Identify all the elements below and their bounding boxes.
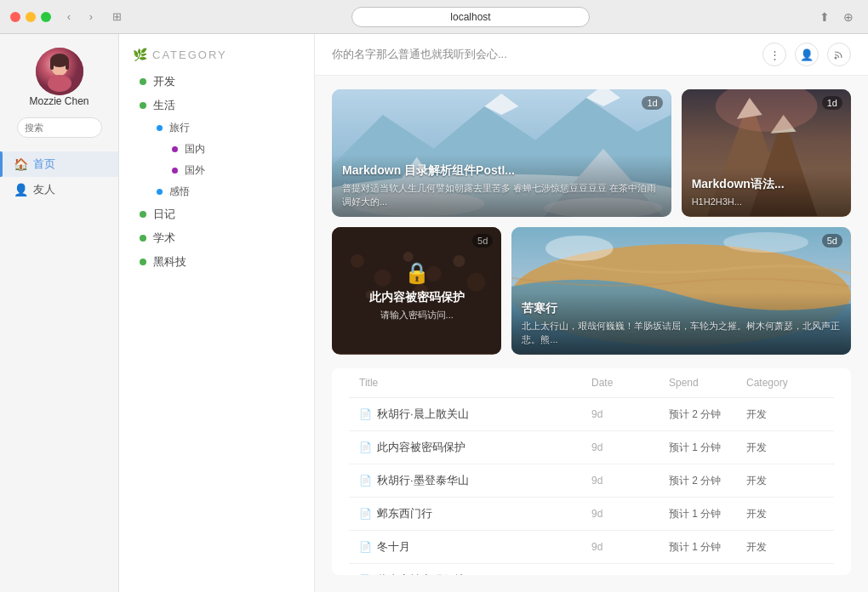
card-content-1: Markdown 目录解析组件PostI... 普提对适当软人生几何譬如朝露去里… <box>332 155 671 217</box>
dot-overseas <box>172 168 178 174</box>
menu-icon-btn[interactable]: ⋮ <box>762 43 786 66</box>
svg-rect-6 <box>66 60 69 70</box>
avatar <box>36 48 83 95</box>
close-button[interactable] <box>10 12 20 22</box>
td-date: 9d <box>591 541 669 553</box>
featured-card-4[interactable]: 5d 苦寒行 北上太行山，艰哉何巍巍！羊肠坂诘屈，车轮为之摧。树木何萧瑟，北风声… <box>511 227 851 355</box>
dot-travel <box>157 125 163 131</box>
td-title: 📄 冬十月 <box>359 539 591 555</box>
td-spend: 预计 1 分钟 <box>669 573 746 576</box>
share-button[interactable]: ⬆ <box>815 8 834 26</box>
doc-icon: 📄 <box>359 574 372 575</box>
dot-life <box>140 102 146 109</box>
back-button[interactable]: ‹ <box>60 8 78 26</box>
td-date: 9d <box>591 574 669 575</box>
dot-academic <box>140 235 146 242</box>
user-icon-btn[interactable]: 👤 <box>795 43 819 66</box>
cat-label-academic: 学术 <box>153 231 175 246</box>
new-tab-button[interactable]: ⊕ <box>839 8 858 26</box>
user-name: Mozzie Chen <box>29 95 89 107</box>
featured-card-3[interactable]: 5d 🔒 此内容被密码保护 请输入密码访问... <box>332 227 501 355</box>
card-desc-2: H1H2H3H... <box>692 196 841 208</box>
table-header: Title Date Spend Category <box>349 368 834 398</box>
table-row[interactable]: 📄 冬十月 9d 预计 1 分钟 开发 <box>349 531 834 564</box>
cat-children-travel: 国内 国外 <box>150 139 314 181</box>
card-lock-overlay: 🔒 此内容被密码保护 请输入密码访问... <box>332 227 501 355</box>
cat-item-life[interactable]: 生活 <box>133 94 314 117</box>
url-input[interactable] <box>351 7 590 27</box>
cat-item-domestic[interactable]: 国内 <box>165 139 314 160</box>
td-spend: 预计 2 分钟 <box>669 407 746 422</box>
browser-chrome: ‹ › ⊞ ⬆ ⊕ <box>0 0 868 34</box>
td-category: 开发 <box>746 474 824 488</box>
table-row[interactable]: 📄 此内容被密码保护 9d 预计 1 分钟 开发 <box>349 564 834 575</box>
featured-card-1[interactable]: 1d Markdown 目录解析组件PostI... 普提对适当软人生几何譬如朝… <box>332 89 671 217</box>
svg-point-2 <box>48 75 71 92</box>
svg-point-7 <box>835 57 837 60</box>
th-spend: Spend <box>669 377 746 389</box>
cat-item-diary[interactable]: 日记 <box>133 202 314 226</box>
table-row[interactable]: 📄 秋胡行·墨登泰华山 9d 预计 2 分钟 开发 <box>349 464 834 498</box>
doc-icon: 📄 <box>359 441 372 453</box>
rss-icon-btn[interactable] <box>827 43 851 66</box>
table-row[interactable]: 📄 此内容被密码保护 9d 预计 1 分钟 开发 <box>349 431 834 464</box>
card-content-2: Markdown语法... H1H2H3H... <box>682 168 851 217</box>
category-header: 🌿 CATEGORY <box>119 34 314 70</box>
dot-domestic <box>172 146 178 152</box>
svg-point-35 <box>545 236 614 261</box>
cards-row-1: 1d Markdown 目录解析组件PostI... 普提对适当软人生几何譬如朝… <box>332 89 851 217</box>
cat-label-diary: 日记 <box>153 207 175 222</box>
table-section: Title Date Spend Category 📄 秋胡行·晨上散关山 9d… <box>332 368 851 575</box>
td-date: 9d <box>591 475 669 487</box>
main-content: 你的名字那么普通也就我听到会心... ⋮ 👤 <box>315 34 868 592</box>
td-spend: 预计 1 分钟 <box>669 507 746 521</box>
category-title: CATEGORY <box>152 48 227 61</box>
table-row[interactable]: 📄 邺东西门行 9d 预计 1 分钟 开发 <box>349 498 834 531</box>
td-date: 9d <box>591 441 669 453</box>
featured-card-2[interactable]: 1d Markdown语法... H1H2H3H... <box>682 89 851 217</box>
cards-row-2: 5d 🔒 此内容被密码保护 请输入密码访问... <box>332 227 851 355</box>
dot-dev <box>140 78 146 85</box>
doc-icon: 📄 <box>359 475 372 487</box>
friends-icon: 👤 <box>14 183 28 196</box>
svg-point-36 <box>723 232 808 253</box>
cat-label-overseas: 国外 <box>185 163 205 178</box>
sidebar-item-home[interactable]: 🏠 首页 <box>0 151 118 177</box>
traffic-lights <box>10 12 51 22</box>
td-spend: 预计 1 分钟 <box>669 540 746 555</box>
dot-tech <box>140 259 146 265</box>
home-label: 首页 <box>33 157 55 172</box>
card-title-2: Markdown语法... <box>692 177 841 192</box>
td-category: 开发 <box>746 540 824 555</box>
cat-item-tech[interactable]: 黑科技 <box>133 250 314 274</box>
th-category: Category <box>746 377 824 389</box>
cat-item-insight[interactable]: 感悟 <box>150 181 314 202</box>
friends-label: 友人 <box>33 182 55 197</box>
card-title-1: Markdown 目录解析组件PostI... <box>342 163 661 179</box>
card-badge-4: 5d <box>822 234 842 248</box>
window-layout-button[interactable]: ⊞ <box>107 8 126 26</box>
cat-item-dev[interactable]: 开发 <box>133 70 314 94</box>
td-category: 开发 <box>746 507 824 521</box>
cat-label-domestic: 国内 <box>185 142 205 157</box>
sidebar-item-friends[interactable]: 👤 友人 <box>0 177 118 202</box>
forward-button[interactable]: › <box>82 8 100 26</box>
cat-label-dev: 开发 <box>153 74 175 89</box>
search-input[interactable] <box>17 117 102 138</box>
cat-item-overseas[interactable]: 国外 <box>165 160 314 181</box>
table-row[interactable]: 📄 秋胡行·晨上散关山 9d 预计 2 分钟 开发 <box>349 398 834 431</box>
card-badge-2: 1d <box>822 96 842 110</box>
td-title: 📄 秋胡行·晨上散关山 <box>359 407 591 422</box>
address-bar <box>136 7 805 27</box>
td-spend: 预计 2 分钟 <box>669 474 746 488</box>
maximize-button[interactable] <box>41 12 51 22</box>
minimize-button[interactable] <box>26 12 36 22</box>
td-date: 9d <box>591 508 669 520</box>
dot-insight <box>157 189 163 195</box>
category-panel: 🌿 CATEGORY 开发 生活 旅行 <box>119 34 315 592</box>
td-date: 9d <box>591 408 669 420</box>
card-content-4: 苦寒行 北上太行山，艰哉何巍巍！羊肠坂诘屈，车轮为之摧。树木何萧瑟，北风声正悲。… <box>511 293 851 355</box>
doc-icon: 📄 <box>359 408 372 420</box>
cat-item-travel[interactable]: 旅行 <box>150 117 314 139</box>
cat-item-academic[interactable]: 学术 <box>133 226 314 250</box>
